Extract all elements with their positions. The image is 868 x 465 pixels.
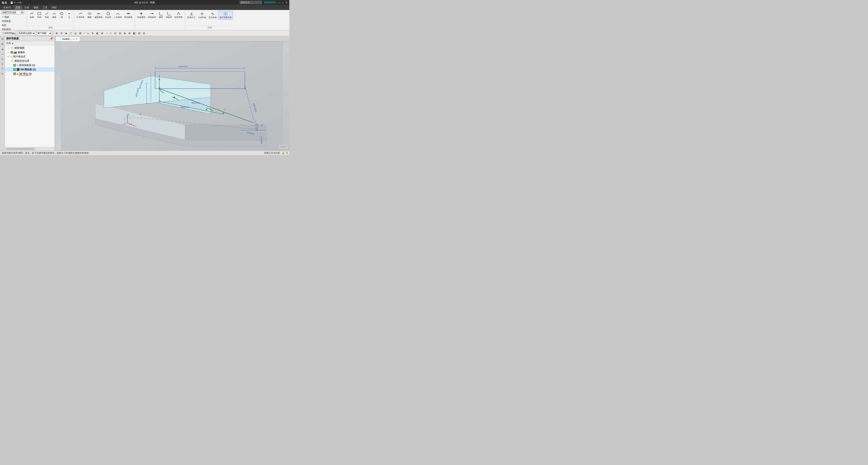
checkbox-edge[interactable]: ✓ <box>13 72 16 75</box>
nav-sort-arrow[interactable]: ▲ <box>11 42 14 44</box>
nav-item-model-history[interactable]: - 📁 模型历史记录 <box>5 59 55 63</box>
tb2-btn-16[interactable]: ⊛ <box>123 31 127 35</box>
expand-model-history[interactable]: - <box>8 60 10 62</box>
part-nav-pin[interactable]: 📌 <box>50 37 53 40</box>
coord-indicator <box>66 123 82 139</box>
sketch-section-btn[interactable]: 截面 <box>1 24 26 27</box>
nav-item-model-view[interactable]: + 📁 模型视图 <box>5 46 55 50</box>
menu-item-tools[interactable]: 工具 <box>41 5 49 10</box>
left-icon-sketch2[interactable]: ⊙ <box>0 57 4 61</box>
profile-btn[interactable]: 轮廓 <box>29 11 35 19</box>
tab-edit-icon[interactable]: ✏ <box>73 38 75 40</box>
sketch-view-btn[interactable]: 草图着量 <box>1 20 26 23</box>
left-icon-settings[interactable]: ⚙ <box>0 37 4 41</box>
sketch-dropdown[interactable]: SKETCH 004 <box>1 11 24 14</box>
checkbox-extrude[interactable]: ✓ <box>13 68 16 71</box>
checkbox-datum[interactable]: ✓ <box>13 64 16 66</box>
left-icon-assemble[interactable]: ⊞ <box>0 42 4 46</box>
menu-item-task[interactable]: 任务(T) <box>1 5 13 10</box>
tb2-btn-18[interactable]: ◧ <box>132 31 136 35</box>
quick-trim-btn[interactable]: 快速修剪 <box>136 11 146 19</box>
tb2-btn-10[interactable]: ◐ <box>95 31 99 35</box>
tb2-btn-20[interactable]: ⊟ <box>142 31 146 35</box>
array-curve-btn[interactable]: 阵列曲线 <box>123 11 133 19</box>
assembly-select[interactable]: 整个装配 <box>36 31 52 35</box>
tb2-btn-15[interactable]: ⊟ <box>118 31 122 35</box>
expand-datum <box>10 64 13 66</box>
quick-dim-btn[interactable]: ⟷ 快速尺寸 <box>186 11 196 20</box>
tb2-btn-4[interactable]: ⬡ <box>69 31 73 35</box>
history-folder-icon: 📁 <box>11 59 14 62</box>
menu-item-view[interactable]: 视图 <box>32 5 40 10</box>
toolbar-icon-misc[interactable]: ⊞ <box>20 1 22 4</box>
tb2-btn-2[interactable]: ⊖ <box>59 31 64 35</box>
tb2-btn-7[interactable]: / <box>83 31 86 35</box>
siemens-logo: SIEMENS <box>264 1 276 4</box>
maximize-btn[interactable]: □ <box>282 1 284 4</box>
expand-camera[interactable]: + <box>8 51 10 54</box>
nav-item-sb-extrude[interactable]: ✓ ⬛ SB 突出块 (1) <box>5 67 55 72</box>
window-title: NX 12.0.2.9 - 草图 <box>134 1 155 4</box>
expand-model-view[interactable]: + <box>8 47 10 49</box>
make-corner-btn[interactable]: 制作拐角 <box>174 11 184 19</box>
svg-point-72 <box>223 113 224 114</box>
polygon-btn[interactable]: 多边形 <box>104 11 112 19</box>
tab-model2[interactable]: 📄 model2.... ✏ ✕ <box>56 36 80 41</box>
line-btn[interactable]: 直线 <box>43 11 50 19</box>
conic-btn[interactable]: 二次曲线 <box>113 11 123 19</box>
ellipse-btn[interactable]: 椭圆 <box>86 11 93 19</box>
show-constraint-btn[interactable]: 显示草图约束 <box>218 11 233 20</box>
left-icon-feature[interactable]: ◈ <box>0 47 4 51</box>
tb2-btn-11[interactable]: ⊕ <box>100 31 104 35</box>
nav-col-name: 名称 <box>6 41 11 45</box>
tb2-btn-17[interactable]: ⊕ <box>127 31 131 35</box>
toolbar-icon-undo[interactable]: ↩ <box>14 1 16 4</box>
tb2-btn-14[interactable]: ⊡ <box>113 31 117 35</box>
toolbar-icon-save[interactable]: 💾 <box>10 1 13 4</box>
sketch-complete-btn[interactable]: ✓ 完成 <box>1 16 26 19</box>
toolbar-icon-redo[interactable]: ↪ <box>17 1 19 4</box>
tb2-btn-1[interactable]: ⊕ <box>55 31 59 35</box>
menu-item-analysis[interactable]: 分析 <box>23 5 31 10</box>
nav-item-sb-edge[interactable]: ✓ ◆ SB 弯边 (9) <box>5 72 55 76</box>
tb2-btn-5[interactable]: ◎ <box>73 31 78 35</box>
point-btn[interactable]: 点 <box>66 11 72 19</box>
close-btn[interactable]: ✕ <box>285 1 287 4</box>
quick-extend-btn[interactable]: 快速延伸 <box>147 11 157 19</box>
nav-item-camera[interactable]: + ✓ 📷 摄像机 <box>5 50 55 55</box>
fillet-btn[interactable]: 圆角 <box>158 11 164 19</box>
tb2-btn-12[interactable]: ○ <box>105 31 108 35</box>
left-icon-refresh[interactable]: ⟳ <box>0 72 4 76</box>
sketch-update-btn[interactable]: 更新模型 <box>1 28 26 31</box>
checkbox-camera[interactable]: ✓ <box>11 51 13 54</box>
tb2-btn-8[interactable]: ∧ <box>86 31 90 35</box>
nav-label-edge: SB 弯边 (9) <box>19 72 32 75</box>
symmetric-btn[interactable]: 设为对称 <box>208 11 218 20</box>
menu-item-home[interactable]: 主页 <box>13 5 22 10</box>
show-constraint-icon <box>223 11 228 16</box>
circle-btn[interactable]: 圆 <box>58 11 65 19</box>
nav-item-user-expr[interactable]: + fx 用户表达式 <box>5 55 55 59</box>
canvas-area[interactable]: p18=15.0 p27=45.0 p17=15.0 p16=30.0 Rp20… <box>55 41 289 151</box>
tb2-btn-6[interactable]: ⊞ <box>78 31 82 35</box>
nav-scrollbar[interactable] <box>6 148 35 150</box>
rectangle-btn[interactable]: 矩形 <box>36 11 43 19</box>
left-icon-history[interactable]: ⏱ <box>0 67 4 71</box>
chamfer-btn[interactable]: 倒斜角 <box>165 11 173 19</box>
nav-item-datum-coord[interactable]: ✓ ⊕ 基准坐标系 (0) <box>5 63 55 67</box>
tb2-btn-19[interactable]: ⊞ <box>137 31 141 35</box>
expand-user-expr[interactable]: + <box>8 56 10 58</box>
geo-constraint-btn[interactable]: 几何约束 <box>197 11 207 20</box>
menu-item-internal[interactable]: 内部 <box>50 5 58 10</box>
left-icon-surface[interactable]: ≡ <box>0 52 4 56</box>
arc-btn[interactable]: 圆弧 <box>51 11 58 19</box>
offset-curve-btn[interactable]: 偏置曲线 <box>94 11 103 19</box>
tb2-btn-3[interactable]: ◈ <box>64 31 68 35</box>
left-icon-analysis[interactable]: ℹ <box>0 62 4 66</box>
art-spline-btn[interactable]: 艺术样条 <box>75 11 86 19</box>
tb2-btn-13[interactable]: + <box>109 31 113 35</box>
tb2-btn-9[interactable]: ≋ <box>91 31 95 35</box>
minimize-btn[interactable]: — <box>278 1 280 4</box>
tab-close-btn[interactable]: ✕ <box>76 38 78 40</box>
search-box[interactable]: 搜索命令 <box>239 1 262 4</box>
